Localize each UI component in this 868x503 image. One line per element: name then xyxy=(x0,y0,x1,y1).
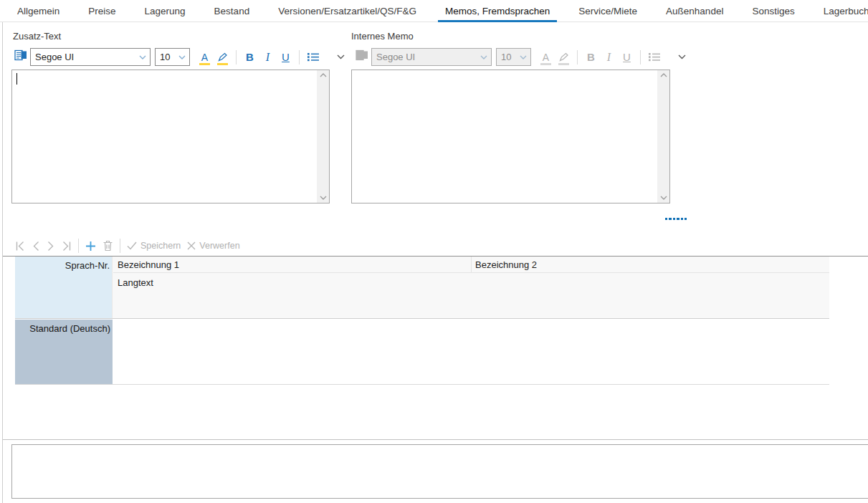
splitter-grip[interactable] xyxy=(665,218,687,220)
toolbar-separator xyxy=(120,239,120,253)
font-family-value: Segoe UI xyxy=(376,52,415,62)
tab-memos-fremdsprachen[interactable]: Memos, Fremdsprachen xyxy=(444,0,551,22)
italic-button[interactable]: I xyxy=(260,49,275,65)
underline-icon: U xyxy=(282,52,290,62)
internes-memo-editor xyxy=(351,70,670,203)
bold-button[interactable]: B xyxy=(242,49,257,65)
column-header-bezeichnung1[interactable]: Bezeichnung 1 xyxy=(113,257,471,272)
column-header-langtext[interactable]: Langtext xyxy=(118,277,153,288)
tab-aussenhandel[interactable]: Außenhandel xyxy=(664,0,725,22)
grid-header-row: Bezeichnung 1 Bezeichnung 2 xyxy=(113,257,829,273)
highlight-color-bar xyxy=(217,63,228,65)
toolbar-more-button[interactable] xyxy=(674,49,690,65)
last-record-icon xyxy=(61,241,72,252)
font-size-value: 10 xyxy=(501,52,511,62)
font-size-select-disabled: 10 xyxy=(496,48,531,66)
font-family-value: Segoe UI xyxy=(35,52,74,62)
chevron-down-icon xyxy=(480,55,487,59)
bullet-list-icon xyxy=(307,52,319,62)
vertical-scrollbar[interactable] xyxy=(657,70,669,203)
text-modules-icon xyxy=(356,49,368,64)
tab-bestand[interactable]: Bestand xyxy=(213,0,252,22)
font-size-value: 10 xyxy=(160,52,170,62)
last-record-button[interactable] xyxy=(61,241,72,252)
bullet-list-button[interactable] xyxy=(305,49,320,65)
text-caret xyxy=(16,73,17,85)
row-header-sprach-nr[interactable]: Standard (Deutsch) xyxy=(15,320,113,384)
grid-row-standard-deutsch[interactable]: Standard (Deutsch) xyxy=(15,320,829,385)
toolbar-separator xyxy=(640,50,641,64)
tab-sonstiges[interactable]: Sonstiges xyxy=(750,0,796,22)
font-color-icon: A xyxy=(543,52,549,62)
tab-lagerbuchfuehrung[interactable]: Lagerbuchführung xyxy=(822,0,868,22)
vertical-scrollbar[interactable] xyxy=(317,70,329,203)
chevron-down-icon xyxy=(520,55,527,59)
tab-allgemein[interactable]: Allgemein xyxy=(16,0,61,22)
underline-icon: U xyxy=(623,52,631,62)
plus-icon xyxy=(85,241,96,252)
chevron-down-icon xyxy=(337,54,345,59)
first-record-button[interactable] xyxy=(15,241,26,252)
chevron-down-icon xyxy=(139,55,146,59)
internes-memo-label: Internes Memo xyxy=(351,31,414,42)
check-icon xyxy=(127,241,137,250)
text-modules-icon[interactable] xyxy=(14,49,27,64)
highlight-color-button[interactable] xyxy=(215,49,230,65)
bullet-list-icon xyxy=(649,52,660,62)
save-label: Speichern xyxy=(140,241,181,251)
font-color-bar xyxy=(199,63,210,65)
italic-icon: I xyxy=(266,52,270,63)
discard-label: Verwerfen xyxy=(199,241,239,251)
italic-icon: I xyxy=(607,52,611,63)
toolbar-separator xyxy=(577,50,578,64)
first-record-icon xyxy=(15,241,26,252)
tab-service-miete[interactable]: Service/Miete xyxy=(577,0,639,22)
add-record-button[interactable] xyxy=(85,241,96,252)
font-size-select[interactable]: 10 xyxy=(155,48,190,66)
chevron-right-icon xyxy=(47,241,54,252)
column-header-sprach-nr[interactable]: Sprach-Nr. xyxy=(15,257,113,318)
save-button[interactable]: Speichern xyxy=(127,241,181,251)
zusatz-text-label: Zusatz-Text xyxy=(13,31,61,42)
column-header-bezeichnung2[interactable]: Bezeichnung 2 xyxy=(471,257,829,272)
zusatz-text-toolbar: Segoe UI 10 A B I xyxy=(14,47,348,67)
record-toolbar: Speichern Verwerfen xyxy=(15,237,240,254)
tab-lagerung[interactable]: Lagerung xyxy=(143,0,187,22)
font-color-button[interactable]: A xyxy=(197,49,212,65)
font-family-select-disabled: Segoe UI xyxy=(371,48,492,66)
bold-icon: B xyxy=(587,52,595,62)
previous-record-button[interactable] xyxy=(32,241,40,252)
font-color-bar xyxy=(540,63,551,65)
font-color-icon: A xyxy=(201,52,208,62)
tab-versionen-ersatzartikel[interactable]: Versionen/Ersatzartikel/QS/F&G xyxy=(277,0,418,22)
x-icon xyxy=(187,241,196,250)
underline-button-disabled: U xyxy=(619,49,634,65)
zusatz-text-editor[interactable] xyxy=(11,70,330,203)
chevron-down-icon xyxy=(178,55,186,59)
tab-preise[interactable]: Preise xyxy=(87,0,117,22)
next-record-button[interactable] xyxy=(47,241,54,252)
discard-button[interactable]: Verwerfen xyxy=(187,241,239,251)
highlighter-pen-icon xyxy=(558,52,569,62)
toolbar-more-button[interactable] xyxy=(333,49,348,65)
bold-button-disabled: B xyxy=(583,49,598,65)
delete-record-button[interactable] xyxy=(102,240,113,252)
font-family-select[interactable]: Segoe UI xyxy=(30,48,151,66)
toolbar-separator xyxy=(78,239,79,253)
highlighter-pen-icon xyxy=(217,52,228,62)
article-memos-page: Allgemein Preise Lagerung Bestand Versio… xyxy=(0,0,868,503)
underline-button[interactable]: U xyxy=(278,49,293,65)
highlight-color-button-disabled xyxy=(556,49,571,65)
panel-left-border xyxy=(2,22,3,503)
langtext-edit-box[interactable] xyxy=(11,444,868,499)
scroll-down-icon[interactable] xyxy=(320,196,327,200)
scroll-down-icon[interactable] xyxy=(660,196,667,200)
highlight-color-bar xyxy=(558,63,569,65)
toolbar-separator xyxy=(299,50,300,64)
section-divider xyxy=(3,439,868,440)
scroll-up-icon[interactable] xyxy=(660,73,667,77)
font-color-button-disabled: A xyxy=(538,49,553,65)
scroll-up-icon[interactable] xyxy=(320,73,327,77)
row-cells[interactable] xyxy=(113,320,829,384)
chevron-left-icon xyxy=(32,241,40,252)
